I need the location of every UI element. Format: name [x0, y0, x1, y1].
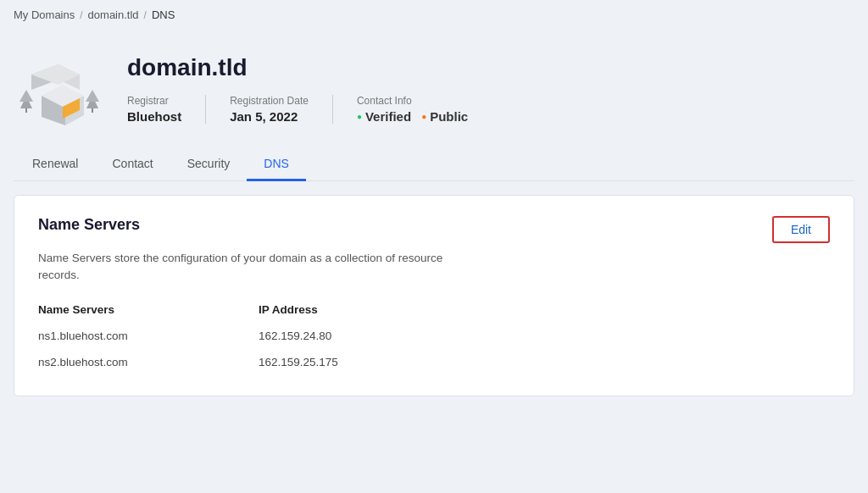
ip-address-cell: 162.159.25.175: [259, 349, 830, 375]
registrar-group: Registrar Bluehost: [127, 95, 206, 124]
tab-dns[interactable]: DNS: [247, 148, 306, 181]
ip-address-cell: 162.159.24.80: [259, 323, 830, 349]
breadcrumb-sep-2: /: [144, 9, 147, 21]
breadcrumb-domain[interactable]: domain.tld: [88, 8, 139, 21]
verified-badge: ● Verified: [357, 109, 411, 124]
registrar-value: Bluehost: [127, 109, 181, 124]
public-label: Public: [430, 109, 468, 124]
table-row: ns2.bluehost.com162.159.25.175: [38, 349, 830, 375]
edit-button[interactable]: Edit: [772, 216, 830, 243]
table-row: ns1.bluehost.com162.159.24.80: [38, 323, 830, 349]
svg-marker-9: [19, 90, 33, 102]
domain-logo: [14, 47, 107, 131]
col-header-nameserver: Name Servers: [38, 303, 259, 323]
breadcrumb-my-domains[interactable]: My Domains: [14, 8, 75, 21]
name-server-cell: ns2.bluehost.com: [38, 349, 259, 375]
domain-meta: Registrar Bluehost Registration Date Jan…: [127, 95, 854, 124]
tab-renewal[interactable]: Renewal: [15, 148, 95, 181]
verified-dot: ●: [357, 112, 362, 121]
registration-date-value: Jan 5, 2022: [230, 109, 309, 124]
svg-marker-12: [86, 90, 99, 102]
tabs-bar: Renewal Contact Security DNS: [14, 148, 854, 181]
name-servers-table: Name Servers IP Address ns1.bluehost.com…: [38, 303, 830, 375]
breadcrumb-sep-1: /: [80, 9, 82, 21]
verified-label: Verified: [365, 109, 411, 124]
public-badge: ● Public: [421, 109, 468, 124]
contact-info-group: Contact Info ● Verified ● Public: [357, 95, 492, 124]
contact-info-label: Contact Info: [357, 95, 468, 107]
tab-contact[interactable]: Contact: [95, 148, 170, 181]
breadcrumb-current: DNS: [152, 8, 175, 21]
registration-date-label: Registration Date: [230, 95, 309, 107]
breadcrumb: My Domains / domain.tld / DNS: [14, 8, 854, 21]
tab-security[interactable]: Security: [170, 148, 248, 181]
domain-header: domain.tld Registrar Bluehost Registrati…: [14, 36, 854, 148]
domain-info: domain.tld Registrar Bluehost Registrati…: [127, 54, 854, 124]
registration-date-group: Registration Date Jan 5, 2022: [230, 95, 333, 124]
contact-info-badges: ● Verified ● Public: [357, 109, 468, 124]
col-header-ip: IP Address: [259, 303, 830, 323]
card-title: Name Servers: [38, 216, 140, 234]
registrar-label: Registrar: [127, 95, 181, 107]
public-dot: ●: [421, 112, 426, 121]
name-server-cell: ns1.bluehost.com: [38, 323, 259, 349]
card-header: Name Servers Edit: [38, 216, 830, 243]
card-description: Name Servers store the configuration of …: [38, 250, 462, 285]
dns-content-card: Name Servers Edit Name Servers store the…: [14, 195, 854, 396]
domain-name: domain.tld: [127, 54, 854, 81]
